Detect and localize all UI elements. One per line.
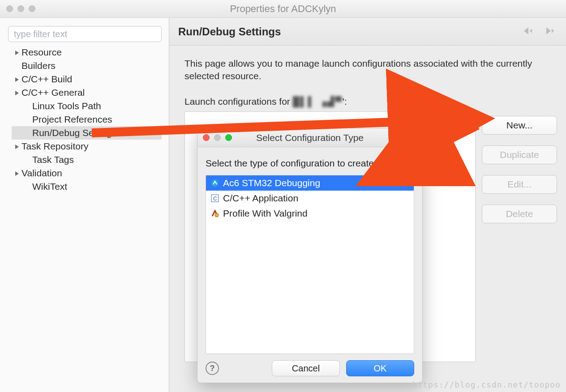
tree-item-task-repository[interactable]: Task Repository bbox=[12, 140, 162, 153]
tree-item-resource[interactable]: Resource bbox=[12, 46, 162, 59]
expand-caret-icon[interactable] bbox=[13, 87, 21, 98]
window-titlebar: Properties for ADCKylyn bbox=[0, 0, 566, 18]
help-button[interactable]: ? bbox=[206, 362, 219, 375]
expand-caret-icon[interactable] bbox=[13, 141, 21, 152]
stm32-icon bbox=[210, 179, 219, 187]
config-type-profile-with-valgrind[interactable]: Profile With Valgrind bbox=[206, 206, 414, 221]
side-buttons: New... Duplicate Edit... Delete bbox=[482, 111, 557, 362]
config-type-label: C/C++ Application bbox=[223, 193, 298, 204]
page-description: This page allows you to manage launch co… bbox=[184, 57, 534, 83]
nav-forward-icon[interactable] bbox=[544, 26, 557, 38]
tree-item-label: Validation bbox=[21, 168, 62, 179]
tree-item-c-c-general[interactable]: C/C++ General bbox=[12, 86, 162, 99]
watermark: https://blog.csdn.net/toopoo bbox=[412, 380, 561, 389]
ok-button[interactable]: OK bbox=[346, 360, 414, 376]
dialog-titlebar: Select Configuration Type bbox=[197, 128, 422, 147]
configuration-type-list[interactable]: Ac6 STM32 DebuggingCC/C++ ApplicationPro… bbox=[206, 175, 414, 354]
expand-caret-icon[interactable] bbox=[13, 47, 21, 58]
new-button[interactable]: New... bbox=[482, 116, 557, 135]
launch-configurations-label: Launch configurations for █▌▌ ▗▟▀': bbox=[184, 96, 557, 107]
valgrind-icon bbox=[210, 209, 219, 218]
nav-back-icon[interactable] bbox=[522, 26, 536, 38]
main-header: Run/Debug Settings bbox=[169, 18, 566, 46]
edit-button: Edit... bbox=[482, 175, 557, 194]
tree-item-label: Task Tags bbox=[32, 154, 74, 165]
dialog-instruction: Select the type of configuration to crea… bbox=[206, 158, 414, 169]
page-title: Run/Debug Settings bbox=[178, 26, 281, 38]
tree-item-label: WikiText bbox=[32, 181, 67, 192]
config-type-label: Profile With Valgrind bbox=[223, 208, 308, 219]
config-type-c-c-application[interactable]: CC/C++ Application bbox=[206, 191, 414, 206]
tree-item-builders[interactable]: Builders bbox=[12, 59, 162, 72]
tree-item-label: C/C++ General bbox=[21, 87, 85, 98]
tree-item-label: Linux Tools Path bbox=[32, 101, 101, 111]
tree-item-task-tags[interactable]: Task Tags bbox=[12, 153, 162, 166]
tree-item-c-c-build[interactable]: C/C++ Build bbox=[12, 72, 162, 86]
tree-item-linux-tools-path[interactable]: Linux Tools Path bbox=[12, 99, 162, 113]
tree-item-project-references[interactable]: Project References bbox=[12, 113, 162, 126]
tree-item-validation[interactable]: Validation bbox=[12, 166, 162, 180]
filter-input[interactable] bbox=[8, 26, 162, 42]
expand-caret-icon[interactable] bbox=[13, 74, 21, 85]
config-type-ac6-stm32-debugging[interactable]: Ac6 STM32 Debugging bbox=[206, 175, 414, 191]
window-title: Properties for ADCKylyn bbox=[0, 3, 566, 15]
c-file-icon: C bbox=[210, 194, 219, 203]
tree-item-wikitext[interactable]: WikiText bbox=[12, 180, 162, 193]
cancel-button[interactable]: Cancel bbox=[272, 360, 340, 376]
nav-arrows bbox=[522, 26, 557, 38]
svg-text:C: C bbox=[213, 196, 217, 202]
svg-point-3 bbox=[215, 213, 219, 217]
delete-button: Delete bbox=[482, 205, 557, 223]
sidebar: ResourceBuildersC/C++ BuildC/C++ General… bbox=[0, 18, 169, 392]
select-configuration-type-dialog: Select Configuration Type Select the typ… bbox=[197, 128, 423, 383]
dialog-title: Select Configuration Type bbox=[197, 132, 422, 143]
expand-caret-icon[interactable] bbox=[13, 168, 21, 179]
dialog-footer: ? Cancel OK bbox=[197, 354, 422, 383]
tree-item-label: C/C++ Build bbox=[21, 74, 72, 85]
tree-item-label: Project References bbox=[32, 114, 112, 125]
tree-item-label: Resource bbox=[21, 47, 62, 58]
tree-item-label: Builders bbox=[21, 60, 56, 71]
duplicate-button: Duplicate bbox=[482, 145, 557, 164]
tree-item-label: Task Repository bbox=[21, 141, 88, 152]
tree-item-run-debug-settings[interactable]: Run/Debug Settings bbox=[12, 126, 162, 140]
tree-item-label: Run/Debug Settings bbox=[32, 128, 116, 138]
config-type-label: Ac6 STM32 Debugging bbox=[223, 178, 320, 188]
properties-tree: ResourceBuildersC/C++ BuildC/C++ General… bbox=[8, 46, 162, 193]
